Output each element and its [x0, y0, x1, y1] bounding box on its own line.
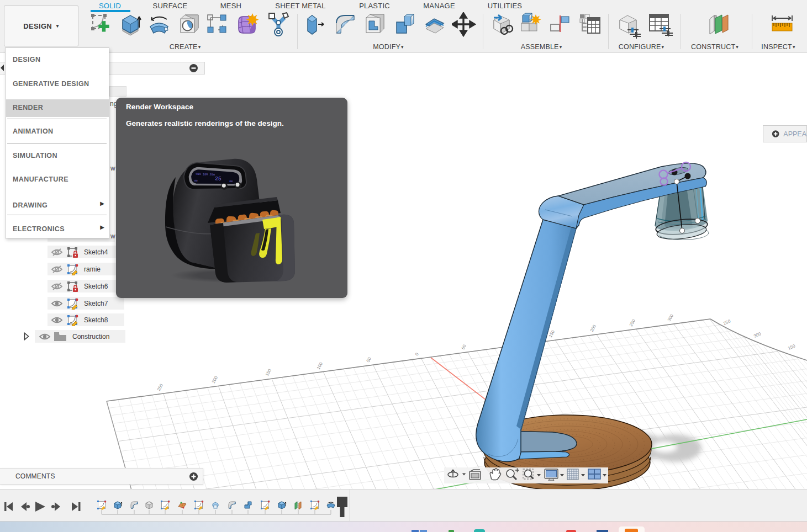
svg-text:00: 00	[194, 179, 198, 182]
svg-text:08: 08	[229, 180, 233, 183]
svg-text:25: 25	[215, 175, 221, 182]
